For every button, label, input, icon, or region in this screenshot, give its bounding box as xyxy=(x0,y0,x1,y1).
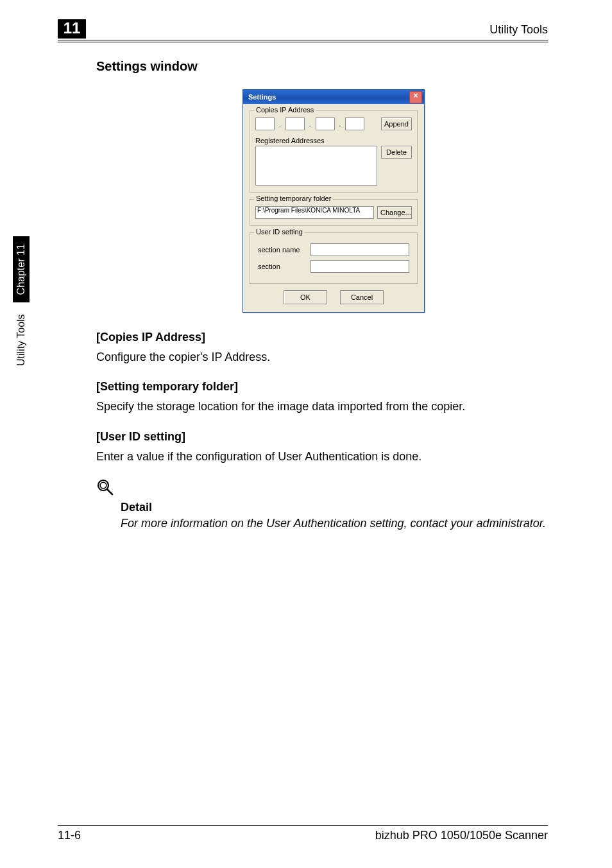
section-temp-folder-body: Specify the storage location for the ima… xyxy=(96,399,571,414)
section-name-input[interactable] xyxy=(310,243,409,256)
section-name-label: section name xyxy=(258,246,307,254)
section-copies-ip-title: [Copies IP Address] xyxy=(96,331,571,344)
section-copies-ip-body: Configure the copier's IP Address. xyxy=(96,349,571,365)
section-user-id-body: Enter a value if the configuration of Us… xyxy=(96,449,571,464)
chapter-number-badge: 11 xyxy=(58,19,86,39)
ip-dot: . xyxy=(339,121,342,128)
group-user-id-legend: User ID setting xyxy=(254,228,305,236)
ip-octet-3[interactable] xyxy=(316,117,335,130)
side-label-utility: Utility Tools xyxy=(15,314,27,366)
group-copies-ip-legend: Copies IP Address xyxy=(254,106,316,114)
append-button[interactable]: Append xyxy=(381,117,412,130)
delete-button[interactable]: Delete xyxy=(381,146,412,159)
footer-product-name: bizhub PRO 1050/1050e Scanner xyxy=(375,829,548,842)
ip-octet-2[interactable] xyxy=(285,117,305,130)
side-chapter-badge: Chapter 11 xyxy=(13,236,30,302)
detail-body: For more information on the User Authent… xyxy=(121,516,571,531)
section-input[interactable] xyxy=(310,260,409,273)
dialog-titlebar: Settings × xyxy=(243,90,424,104)
ip-octet-4[interactable] xyxy=(345,117,364,130)
header-section-title: Utility Tools xyxy=(489,23,548,37)
magnifier-icon xyxy=(96,478,571,499)
footer-page-number: 11-6 xyxy=(58,829,81,842)
ip-dot: . xyxy=(309,121,312,128)
group-temp-folder-legend: Setting temporary folder xyxy=(254,195,333,202)
change-button[interactable]: Change... xyxy=(377,206,412,219)
folder-path-input[interactable]: F:\Program Files\KONICA MINOLTA xyxy=(255,206,374,219)
section-temp-folder-title: [Setting temporary folder] xyxy=(96,380,571,394)
group-temp-folder: Setting temporary folder F:\Program File… xyxy=(250,199,418,226)
page-heading: Settings window xyxy=(96,59,571,74)
ip-octet-1[interactable] xyxy=(255,117,275,130)
group-user-id: User ID setting section name section xyxy=(250,232,418,284)
ip-dot: . xyxy=(278,121,282,128)
registered-addresses-list[interactable] xyxy=(255,146,377,186)
registered-addresses-label: Registered Addresses xyxy=(255,137,412,144)
settings-dialog: Settings × Copies IP Address . . . App xyxy=(242,89,425,313)
section-user-id-title: [User ID setting] xyxy=(96,430,571,444)
header-divider xyxy=(58,40,548,42)
detail-heading: Detail xyxy=(121,501,571,514)
group-copies-ip: Copies IP Address . . . Append Registere… xyxy=(250,110,418,193)
side-tab: Utility Tools Chapter 11 xyxy=(13,236,30,366)
dialog-title: Settings xyxy=(248,93,276,101)
section-label: section xyxy=(258,263,307,270)
ok-button[interactable]: OK xyxy=(284,290,327,304)
cancel-button[interactable]: Cancel xyxy=(340,290,384,304)
svg-point-1 xyxy=(100,482,106,489)
close-icon[interactable]: × xyxy=(409,91,422,103)
footer-divider xyxy=(58,825,548,826)
svg-line-2 xyxy=(107,489,112,494)
